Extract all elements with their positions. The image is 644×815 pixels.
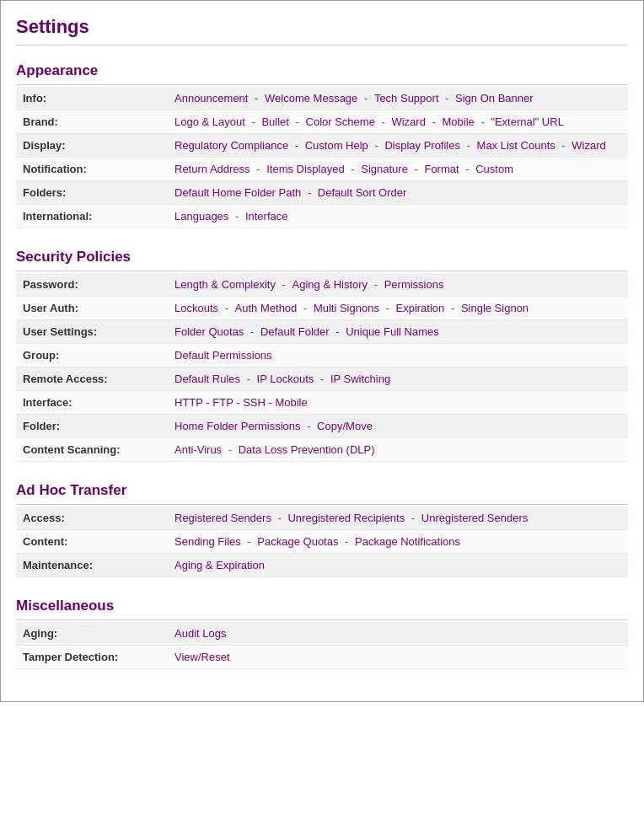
settings-link[interactable]: Home Folder Permissions: [174, 420, 301, 432]
row-label: Group:: [16, 344, 168, 367]
settings-link[interactable]: Package Notifications: [355, 535, 460, 548]
settings-link[interactable]: Data Loss Prevention (DLP): [239, 443, 375, 456]
link-separator: -: [443, 92, 453, 105]
settings-link[interactable]: Announcement: [174, 92, 248, 105]
settings-link[interactable]: Single Signon: [461, 302, 529, 314]
link-separator: -: [251, 92, 261, 105]
settings-link[interactable]: Unique Full Names: [346, 325, 439, 338]
settings-link[interactable]: HTTP - FTP - SSH - Mobile: [174, 396, 308, 409]
section-miscellaneous: MiscellaneousAging:Audit LogsTamper Dete…: [16, 592, 628, 669]
row-links: Folder Quotas - Default Folder - Unique …: [168, 320, 628, 344]
settings-link[interactable]: Sign On Banner: [455, 92, 534, 105]
table-row: User Settings:Folder Quotas - Default Fo…: [16, 320, 628, 344]
settings-link[interactable]: Default Sort Order: [318, 186, 407, 199]
table-row: Info:Announcement - Welcome Message - Te…: [16, 87, 628, 110]
link-separator: -: [222, 302, 232, 314]
settings-link[interactable]: Length & Complexity: [174, 278, 276, 291]
row-links: View/Reset: [168, 646, 628, 669]
settings-link[interactable]: Welcome Message: [265, 92, 357, 105]
settings-link[interactable]: Sending Files: [174, 535, 241, 548]
settings-link[interactable]: IP Switching: [330, 373, 390, 385]
table-row: Group:Default Permissions: [16, 344, 628, 367]
settings-link[interactable]: Wizard: [572, 139, 605, 152]
settings-link[interactable]: Default Home Folder Path: [174, 186, 301, 199]
link-separator: -: [372, 139, 382, 152]
table-row: International:Languages - Interface: [16, 205, 628, 228]
settings-link[interactable]: Aging & Expiration: [174, 559, 265, 571]
settings-link[interactable]: Return Address: [174, 163, 250, 175]
settings-link[interactable]: Permissions: [384, 278, 444, 291]
settings-link[interactable]: Lockouts: [174, 302, 218, 314]
row-links: Anti-Virus - Data Loss Prevention (DLP): [168, 438, 628, 462]
settings-link[interactable]: View/Reset: [174, 651, 230, 663]
settings-link[interactable]: Unregistered Recipients: [287, 512, 405, 524]
row-label: User Settings:: [16, 320, 168, 344]
settings-link[interactable]: Multi Signons: [314, 302, 379, 314]
settings-link[interactable]: Unregistered Senders: [421, 512, 528, 524]
settings-link[interactable]: Format: [424, 163, 459, 175]
settings-link[interactable]: Custom Help: [305, 139, 368, 152]
settings-link[interactable]: Mobile: [442, 115, 474, 128]
table-row: User Auth:Lockouts - Auth Method - Multi…: [16, 297, 628, 320]
link-separator: -: [275, 512, 285, 524]
row-links: Logo & Layout - Bullet - Color Scheme - …: [168, 110, 628, 134]
settings-link[interactable]: Folder Quotas: [174, 325, 244, 338]
row-links: Regulatory Compliance - Custom Help - Di…: [168, 134, 628, 158]
settings-link[interactable]: Tech Support: [374, 92, 439, 105]
table-row: Aging:Audit Logs: [16, 622, 628, 646]
row-links: Default Rules - IP Lockouts - IP Switchi…: [168, 367, 628, 391]
settings-link[interactable]: Max List Counts: [477, 139, 555, 152]
row-links: Length & Complexity - Aging & History - …: [168, 273, 628, 297]
link-separator: -: [408, 512, 418, 524]
settings-link[interactable]: Auth Method: [235, 302, 298, 314]
settings-link[interactable]: Anti-Virus: [174, 443, 222, 456]
settings-link[interactable]: Custom: [475, 163, 513, 175]
link-separator: -: [244, 535, 255, 548]
settings-link[interactable]: Default Folder: [260, 325, 330, 338]
settings-link[interactable]: Default Rules: [174, 373, 240, 385]
row-links: Default Permissions: [168, 344, 628, 367]
row-label: Maintenance:: [16, 554, 168, 577]
settings-table-miscellaneous: Aging:Audit LogsTamper Detection:View/Re…: [16, 622, 628, 669]
link-separator: -: [333, 325, 343, 338]
settings-link[interactable]: Signature: [361, 163, 408, 175]
settings-table-adhoc-transfer: Access:Registered Senders - Unregistered…: [16, 507, 628, 577]
settings-link[interactable]: "External" URL: [491, 115, 564, 128]
settings-link[interactable]: Logo & Layout: [174, 115, 245, 128]
settings-link[interactable]: Languages: [174, 210, 228, 223]
row-label: Folder:: [16, 415, 168, 438]
settings-link[interactable]: IP Lockouts: [257, 373, 314, 385]
settings-link[interactable]: Color Scheme: [306, 115, 375, 128]
link-separator: -: [371, 278, 381, 291]
row-label: Content:: [16, 530, 168, 554]
settings-link[interactable]: Items Displayed: [266, 163, 344, 175]
table-row: Notification:Return Address - Items Disp…: [16, 158, 628, 181]
link-separator: -: [279, 278, 289, 291]
section-title-adhoc-transfer: Ad Hoc Transfer: [16, 477, 628, 505]
settings-link[interactable]: Bullet: [261, 115, 289, 128]
link-separator: -: [464, 139, 474, 152]
settings-link[interactable]: Wizard: [391, 115, 425, 128]
settings-link[interactable]: Display Profiles: [384, 139, 460, 152]
settings-link[interactable]: Expiration: [396, 302, 445, 314]
settings-table-security-policies: Password:Length & Complexity - Aging & H…: [16, 273, 628, 462]
row-links: Registered Senders - Unregistered Recipi…: [168, 507, 628, 530]
settings-link[interactable]: Package Quotas: [257, 535, 338, 548]
table-row: Access:Registered Senders - Unregistered…: [16, 507, 628, 530]
table-row: Remote Access:Default Rules - IP Lockout…: [16, 367, 628, 391]
table-row: Tamper Detection:View/Reset: [16, 646, 628, 669]
settings-link[interactable]: Aging & History: [292, 278, 368, 291]
row-label: Info:: [16, 87, 168, 110]
row-links: Announcement - Welcome Message - Tech Su…: [168, 87, 628, 110]
settings-link[interactable]: Interface: [245, 210, 288, 223]
row-links: Aging & Expiration: [168, 554, 628, 577]
link-separator: -: [249, 115, 259, 128]
settings-link[interactable]: Audit Logs: [174, 627, 226, 640]
settings-link[interactable]: Default Permissions: [174, 349, 272, 362]
table-row: Folder:Home Folder Permissions - Copy/Mo…: [16, 415, 628, 438]
settings-link[interactable]: Registered Senders: [174, 512, 271, 524]
row-links: HTTP - FTP - SSH - Mobile: [168, 391, 628, 415]
settings-link[interactable]: Copy/Move: [317, 420, 373, 432]
settings-link[interactable]: Regulatory Compliance: [174, 139, 288, 152]
link-separator: -: [429, 115, 439, 128]
